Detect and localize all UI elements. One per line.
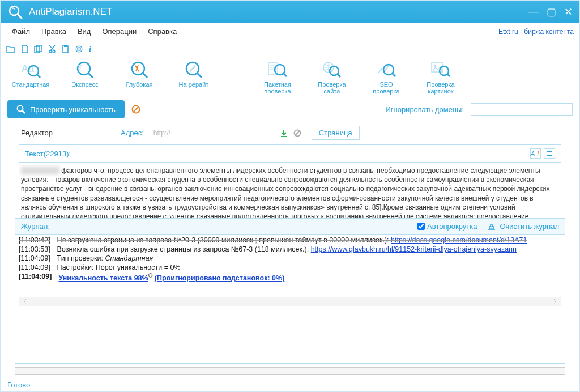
journal-row: [11:04:09]Уникальность текста 98%© (Прои… [19,272,561,283]
close-button[interactable]: ✕ [564,6,573,18]
clear-journal-button[interactable]: Очистить журнал [487,222,559,231]
maximize-button[interactable]: ▢ [547,6,556,18]
journal-label: Журнал: [21,222,417,231]
journal-header: Журнал: Автопрокрутка Очистить журнал [15,218,565,235]
check-seo-button[interactable]: SEO проверка [366,59,406,95]
info-icon[interactable]: i [89,44,91,54]
seo-icon [376,59,396,80]
ignored-link[interactable]: (Проигнорировано подстановок: 0%) [155,274,285,282]
svg-line-30 [447,74,450,76]
check-site-button[interactable]: Проверка сайта [312,59,352,95]
layout-tool-icon[interactable]: ☰ [544,148,555,159]
svg-line-21 [284,74,287,76]
uniqueness-result-link[interactable]: Уникальность текста 98% [58,274,148,282]
express-icon [75,59,95,80]
svg-line-16 [143,73,147,78]
font-tool-icon[interactable]: AI [530,148,541,159]
etxt-link[interactable]: Etxt.ru - биржа контента [498,28,574,36]
menu-view[interactable]: Вид [72,25,97,38]
svg-line-1 [18,14,22,18]
quick-toolbar: i [1,40,579,57]
check-uniqueness-button[interactable]: Проверить уникальность [7,100,125,118]
address-label: Адрес: [121,129,144,137]
journal-row: [11:04:09]Тип проверки: Стандартная [19,254,561,263]
address-input[interactable] [150,127,274,139]
check-image-button[interactable]: Проверка картинок [421,59,460,95]
status-text: Готово [1,378,579,391]
app-title: AntiPlagiarism.NET [29,6,528,18]
check-standard-button[interactable]: Aa Стандартная [11,59,50,88]
check-express-button[interactable]: Экспресс [65,59,105,88]
check-rewrite-button[interactable]: На рерайт [174,59,214,88]
progress-bar [15,367,565,375]
action-bar: Проверить уникальность Игнорировать доме… [1,97,579,122]
deep-icon [129,59,150,80]
editor-body[interactable]: ████████ факторов что: процесс целенапра… [15,164,565,218]
settings-icon[interactable] [75,45,83,53]
download-icon[interactable] [280,129,288,137]
site-icon [322,59,342,80]
cancel-icon[interactable] [131,105,140,114]
svg-point-6 [53,50,55,53]
journal-row: [11:03:53]Возникла ошибка при загрузке с… [19,245,561,254]
cut-icon[interactable] [48,45,56,53]
new-doc-icon[interactable] [21,45,28,53]
svg-line-24 [338,74,340,77]
check-batch-button[interactable]: Пакетная проверка [258,59,297,95]
scroll-left-icon[interactable]: 〈 [21,298,27,306]
svg-line-26 [393,74,395,76]
svg-point-29 [440,66,449,75]
ignore-domains-label: Игнорировать домены: [385,105,464,114]
text-count-label: Текст(22913): [25,150,71,158]
horizontal-scrollbar[interactable]: 〈 〉 [19,297,561,306]
check-deep-button[interactable]: Глубокая [120,59,159,88]
broom-icon [487,223,496,231]
journal-link[interactable]: https://docs.google.com/document/d/13A71 [391,236,527,244]
svg-line-34 [134,107,138,112]
editor-label: Редактор [21,129,53,137]
menubar: Файл Правка Вид Операции Справка Etxt.ru… [1,23,579,40]
titlebar: A AntiPlagiarism.NET — ▢ ✕ [1,1,579,23]
batch-icon [267,59,288,80]
paste-icon[interactable] [62,45,69,53]
standard-icon: Aa [20,59,41,80]
svg-point-15 [132,62,144,75]
rewrite-icon [184,59,204,80]
menu-help[interactable]: Справка [142,25,182,38]
scroll-right-icon[interactable]: 〉 [553,298,559,306]
menu-file[interactable]: Файл [6,25,36,38]
journal-row: [11:03:42]Не загружена страница из запро… [19,236,561,245]
ribbon: Aa Стандартная Экспресс Глубокая На рера… [1,57,579,97]
copy-icon[interactable] [34,45,42,53]
svg-point-28 [434,65,436,67]
svg-text:A: A [12,6,15,11]
image-check-icon [430,59,451,80]
svg-line-32 [22,110,25,113]
svg-point-23 [330,66,339,75]
journal-row: [11:04:09]Настройки: Порог уникальности … [19,263,561,272]
minimize-button[interactable]: — [528,6,539,18]
svg-line-37 [295,131,299,135]
menu-operations[interactable]: Операции [96,25,142,38]
ignore-domains-input[interactable] [471,103,573,116]
journal-body[interactable]: [11:03:42]Не загружена страница из запро… [15,235,565,296]
svg-line-18 [197,73,202,78]
svg-line-14 [88,73,93,78]
svg-point-9 [78,48,80,50]
menu-edit[interactable]: Правка [36,25,72,38]
svg-point-5 [49,50,52,53]
svg-line-12 [37,75,40,78]
app-logo-icon: A [7,4,23,20]
tab-page[interactable]: Страница [312,126,360,140]
autoscroll-checkbox[interactable]: Автопрокрутка [417,222,477,231]
text-label-bar: Текст(22913): AI ☰ [19,144,561,163]
open-folder-icon[interactable] [6,45,15,53]
main-panel: Редактор Адрес: Страница Текст(22913): A… [15,122,565,364]
svg-rect-8 [64,45,67,47]
svg-point-13 [78,62,90,75]
cancel-address-icon[interactable] [293,129,301,137]
journal-link[interactable]: https://www.glavbukh.ru/hl/91152-kriteri… [311,245,517,253]
